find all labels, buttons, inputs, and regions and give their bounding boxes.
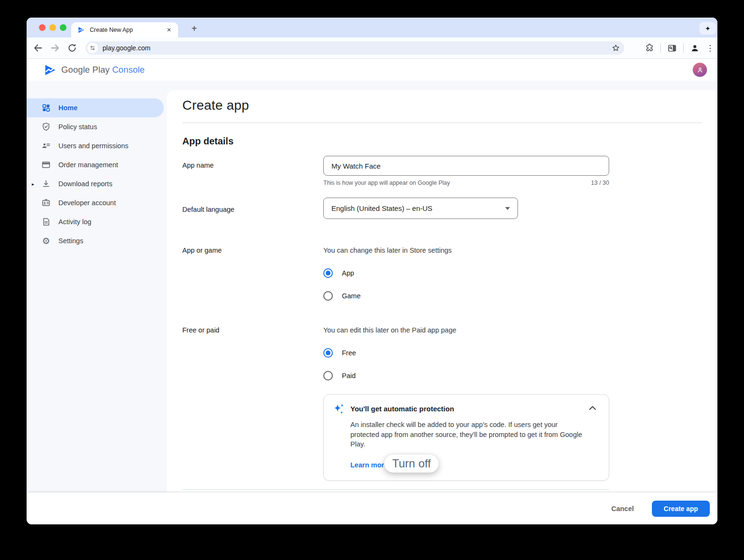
close-window-button[interactable] [39,24,46,31]
learn-more-link[interactable]: Learn more [350,461,388,469]
toolbar-divider [683,43,684,53]
browser-window: Create New App ✕ + ✦ [27,18,717,524]
protection-card-title: You'll get automatic protection [350,405,454,413]
sidebar-item-label: Developer account [58,199,116,207]
play-console-logo[interactable]: Google Play Console [44,64,145,76]
play-console-header: Google Play Console [27,59,717,81]
sidebar-item-label: Home [58,104,77,112]
sidebar-item-label: Order management [58,161,118,169]
sidebar-item-order-management[interactable]: Order management [27,155,167,174]
free-or-paid-label: Free or paid [182,326,219,334]
sparkle-diamond-icon[interactable]: ✦ [699,22,716,35]
browser-toolbar: play.google.com ⋮ [27,38,717,59]
app-name-input[interactable] [323,156,609,176]
char-counter: 13 / 30 [591,180,609,186]
radio-option-paid[interactable]: Paid [323,371,356,380]
address-bar[interactable]: play.google.com [85,41,624,55]
site-settings-icon[interactable] [87,43,98,53]
users-permissions-icon [41,141,51,151]
tab-strip: Create New App ✕ + ✦ [27,18,717,38]
default-language-select[interactable]: English (United States) – en-US [323,198,518,219]
radio-option-app[interactable]: App [323,268,354,278]
payment-card-icon [41,160,51,170]
sidebar-nav: Home Policy status [27,81,167,493]
radio-unselected-icon[interactable] [323,291,333,301]
protection-card-body: An installer check will be added to your… [350,420,584,449]
profile-icon[interactable] [690,43,700,53]
bookmark-star-icon[interactable] [612,44,620,52]
sidebar-item-label: Policy status [58,123,97,131]
free-or-paid-helper: You can edit this later on the Paid app … [323,326,456,334]
forward-icon[interactable] [50,43,60,53]
footer-action-bar: Cancel Create app [27,493,717,524]
radio-option-game[interactable]: Game [323,291,361,301]
tab-close-icon[interactable]: ✕ [165,26,173,34]
console-body: Home Policy status [27,81,717,493]
page-title: Create app [182,98,249,113]
cancel-button[interactable]: Cancel [609,501,636,516]
default-language-value: English (United States) – en-US [331,204,433,212]
sidebar-item-label: Users and permissions [58,142,128,150]
sidebar-item-home[interactable]: Home [27,98,164,117]
desktop-background: Create New App ✕ + ✦ [0,0,744,560]
chevron-up-icon[interactable] [589,406,596,410]
app-name-helper: This is how your app will appear on Goog… [323,180,450,186]
sidebar-item-policy-status[interactable]: Policy status [27,117,167,136]
sidebar-item-download-reports[interactable]: ▸ Download reports [27,174,167,193]
account-avatar[interactable] [693,63,707,77]
chevron-down-icon [505,207,510,210]
title-divider [182,123,702,123]
app-name-helper-row: This is how your app will appear on Goog… [323,180,609,186]
create-app-panel: Create app App details App name This is … [167,90,717,493]
radio-selected-icon[interactable] [323,268,333,278]
brand-console: Console [112,65,145,75]
section-title: App details [182,136,234,147]
play-logo-icon [44,64,57,76]
zoom-window-button[interactable] [60,24,66,31]
extensions-puzzle-icon[interactable] [645,43,654,53]
automatic-protection-card: You'll get automatic protection An insta… [323,394,609,481]
browser-menu-icon[interactable]: ⋮ [706,43,713,53]
download-icon [41,179,51,189]
app-or-game-label: App or game [182,247,222,254]
play-favicon-icon [77,26,85,34]
section-bottom-divider [182,489,609,490]
sidebar-item-activity-log[interactable]: Activity log [27,212,167,231]
sidebar-item-users-permissions[interactable]: Users and permissions [27,136,167,155]
browser-tab[interactable]: Create New App ✕ [71,22,178,38]
shield-check-icon [41,122,51,132]
radio-unselected-icon[interactable] [323,371,333,380]
toolbar-divider [660,43,661,53]
default-language-label: Default language [182,206,235,213]
turn-off-button[interactable]: Turn off [384,455,439,473]
gear-icon: ⚙ [41,236,51,246]
radio-selected-icon[interactable] [323,348,333,358]
url-text[interactable]: play.google.com [103,44,612,52]
sidebar-item-label: Download reports [58,180,113,188]
avatar-person-icon [696,66,704,74]
minimize-window-button[interactable] [49,24,56,31]
radio-option-free[interactable]: Free [323,348,356,358]
sidebar-item-developer-account[interactable]: Developer account [27,193,167,212]
sidebar-item-label: Settings [58,237,83,245]
toolbar-actions: ⋮ [645,38,713,58]
brand-google-play: Google Play [61,65,110,75]
id-badge-icon [41,198,51,208]
grid-home-icon [41,103,51,113]
new-tab-button[interactable]: + [187,22,201,36]
sidebar-item-settings[interactable]: ⚙ Settings [27,231,167,250]
tab-title: Create New App [90,27,165,33]
sidebar-item-label: Activity log [58,218,91,226]
back-icon[interactable] [33,43,43,53]
window-controls [39,24,66,31]
expand-caret-icon[interactable]: ▸ [32,181,34,187]
reload-icon[interactable] [67,43,77,53]
create-app-button[interactable]: Create app [652,501,710,517]
search-side-panel-icon[interactable] [667,43,677,53]
app-name-label: App name [182,161,214,169]
document-icon [41,217,51,227]
app-or-game-helper: You can change this later in Store setti… [323,247,452,254]
gemini-sparkle-icon [332,403,346,416]
